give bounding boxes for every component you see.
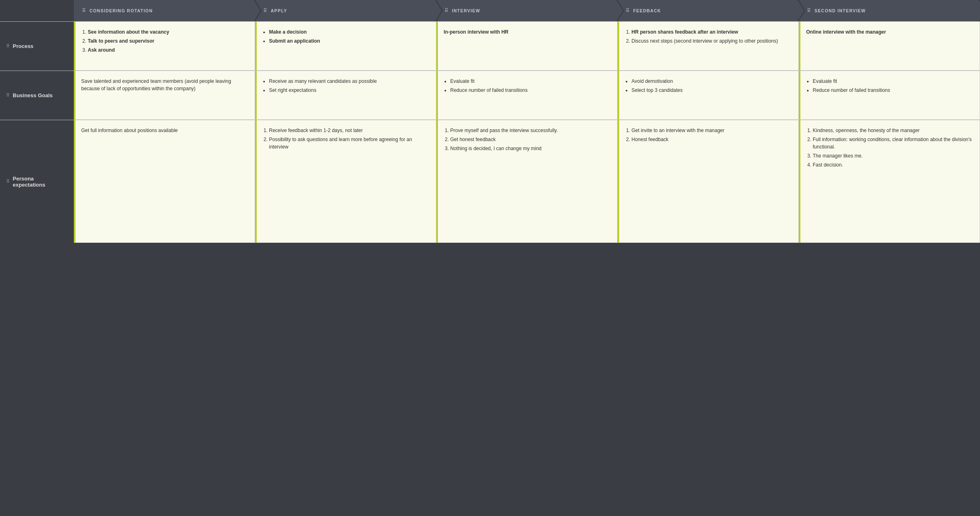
list-business-col2: Receive as many relevant candidates as p… xyxy=(262,78,430,94)
cell-text: Get full information about positions ava… xyxy=(81,127,249,134)
dots-icon-col5: ⠿ xyxy=(807,8,811,14)
header-col4-label: FEEDBACK xyxy=(633,8,661,13)
list-process-col4: HR person shares feedback after an inter… xyxy=(625,28,793,45)
cell-text: Online interview with the manager xyxy=(806,28,974,36)
cell-business-col2: Receive as many relevant candidates as p… xyxy=(255,71,436,120)
header-col2: ⠿ APPLY xyxy=(255,0,435,21)
row-label-business: ⠿ Business Goals xyxy=(0,71,74,120)
list-item: Evaluate fit xyxy=(813,78,974,85)
list-item: Get honest feedback xyxy=(450,136,611,143)
list-business-col5: Evaluate fit Reduce number of failed tra… xyxy=(806,78,974,94)
list-item: Reduce number of failed transitions xyxy=(450,87,611,94)
item-text: Ask around xyxy=(88,47,115,53)
list-item: Prove myself and pass the interview succ… xyxy=(450,127,611,134)
list-item: Receive feedback within 1-2 days, not la… xyxy=(269,127,430,134)
list-item: Get invite to an interview with the mana… xyxy=(631,127,793,134)
cell-persona-col4: Get invite to an interview with the mana… xyxy=(618,120,799,243)
row-label-persona-text: Persona expectations xyxy=(13,176,68,188)
row-label-process-text: Process xyxy=(13,43,34,49)
list-item: Kindness, openness, the honesty of the m… xyxy=(813,127,974,134)
item-text: Submit an application xyxy=(269,38,320,44)
list-item: Avoid demotivation xyxy=(631,78,793,85)
header-col1: ⠿ CONSIDERING ROTATION xyxy=(74,0,254,21)
item-text: HR person shares feedback after an inter… xyxy=(631,29,738,35)
cell-business-col1: Save talented and experienced team membe… xyxy=(74,71,255,120)
dots-icon-col2: ⠿ xyxy=(263,8,267,14)
list-item: Nothing is decided, I can change my mind xyxy=(450,145,611,152)
dots-icon-col4: ⠿ xyxy=(626,8,630,14)
list-persona-col5: Kindness, openness, the honesty of the m… xyxy=(806,127,974,169)
corner-cell xyxy=(0,0,74,21)
header-col3-label: INTERVIEW xyxy=(452,8,480,13)
cell-text: Save talented and experienced team membe… xyxy=(81,78,249,92)
list-business-col3: Evaluate fit Reduce number of failed tra… xyxy=(444,78,611,94)
cell-process-col4: HR person shares feedback after an inter… xyxy=(618,21,799,71)
cell-persona-col3: Prove myself and pass the interview succ… xyxy=(436,120,618,243)
item-text: Talk to peers and supervisor xyxy=(88,38,155,44)
list-item: Receive as many relevant candidates as p… xyxy=(269,78,430,85)
header-col2-label: APPLY xyxy=(271,8,287,13)
list-item: Ask around xyxy=(88,46,249,54)
cell-persona-col5: Kindness, openness, the honesty of the m… xyxy=(799,120,980,243)
cell-business-col3: Evaluate fit Reduce number of failed tra… xyxy=(436,71,618,120)
item-text: See information about the vacancy xyxy=(88,29,169,35)
cell-persona-col1: Get full information about positions ava… xyxy=(74,120,255,243)
list-item: Evaluate fit xyxy=(450,78,611,85)
list-item: Make a decision xyxy=(269,28,430,36)
row-label-business-text: Business Goals xyxy=(13,92,53,98)
cell-process-col3: In-person interview with HR xyxy=(436,21,618,71)
cell-text: In-person interview with HR xyxy=(444,28,611,36)
list-persona-col4: Get invite to an interview with the mana… xyxy=(625,127,793,143)
list-process-col1: See information about the vacancy Talk t… xyxy=(81,28,249,54)
list-item: Discuss next steps (second interview or … xyxy=(631,37,793,45)
cell-persona-col2: Receive feedback within 1-2 days, not la… xyxy=(255,120,436,243)
list-persona-col3: Prove myself and pass the interview succ… xyxy=(444,127,611,152)
cell-process-col2: Make a decision Submit an application xyxy=(255,21,436,71)
header-col4: ⠿ FEEDBACK xyxy=(618,0,798,21)
row-dots-persona: ⠿ xyxy=(6,179,9,184)
list-item: The manager likes me. xyxy=(813,152,974,160)
row-dots-business: ⠿ xyxy=(6,93,9,98)
cell-process-col1: See information about the vacancy Talk t… xyxy=(74,21,255,71)
list-business-col4: Avoid demotivation Select top 3 candidat… xyxy=(625,78,793,94)
list-persona-col2: Receive feedback within 1-2 days, not la… xyxy=(262,127,430,151)
cell-process-col5: Online interview with the manager xyxy=(799,21,980,71)
list-item: Select top 3 candidates xyxy=(631,87,793,94)
row-label-persona: ⠿ Persona expectations xyxy=(0,120,74,243)
header-col5: ⠿ SECOND INTERVIEW xyxy=(799,0,979,21)
list-item: HR person shares feedback after an inter… xyxy=(631,28,793,36)
item-text: In-person interview with HR xyxy=(444,29,508,35)
main-grid: ⠿ CONSIDERING ROTATION ⠿ APPLY ⠿ INTERVI… xyxy=(0,0,980,243)
dots-icon-col3: ⠿ xyxy=(444,8,449,14)
list-item: Set right expectations xyxy=(269,87,430,94)
list-item: Honest feedback xyxy=(631,136,793,143)
dots-icon-col1: ⠿ xyxy=(82,8,86,14)
list-item: Reduce number of failed transitions xyxy=(813,87,974,94)
list-item: Talk to peers and supervisor xyxy=(88,37,249,45)
item-text: Online interview with the manager xyxy=(806,29,886,35)
list-item: Possibility to ask questions and learn m… xyxy=(269,136,430,151)
list-item: See information about the vacancy xyxy=(88,28,249,36)
header-col3: ⠿ INTERVIEW xyxy=(436,0,616,21)
item-text: Make a decision xyxy=(269,29,307,35)
list-item: Fast decision. xyxy=(813,161,974,169)
cell-business-col4: Avoid demotivation Select top 3 candidat… xyxy=(618,71,799,120)
header-col1-label: CONSIDERING ROTATION xyxy=(89,8,153,13)
header-col5-label: SECOND INTERVIEW xyxy=(814,8,866,13)
cell-business-col5: Evaluate fit Reduce number of failed tra… xyxy=(799,71,980,120)
row-label-process: ⠿ Process xyxy=(0,21,74,71)
list-item: Submit an application xyxy=(269,37,430,45)
row-dots-process: ⠿ xyxy=(6,43,9,49)
list-process-col2: Make a decision Submit an application xyxy=(262,28,430,45)
list-item: Full information: working conditions, cl… xyxy=(813,136,974,151)
